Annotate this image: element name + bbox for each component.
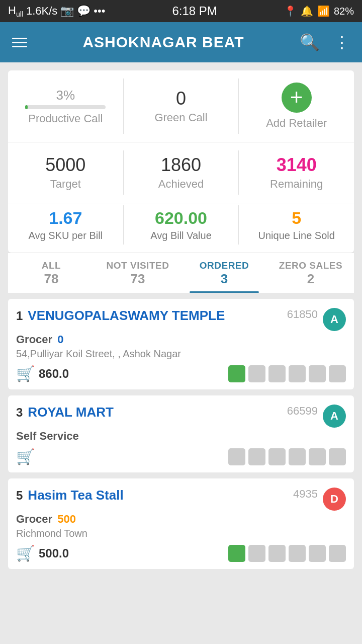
bottom-spacer	[0, 569, 362, 589]
tab-zero-sales-label: ZERO SALES	[279, 260, 342, 271]
cart-icon: 🛒	[16, 365, 35, 382]
status-dot	[248, 545, 265, 562]
retailer-name: ROYAL MART	[28, 405, 113, 420]
retailer-code: 4935	[293, 488, 318, 501]
add-retailer-button[interactable]: +	[282, 83, 312, 113]
retailer-address: Richmond Town	[16, 528, 346, 539]
page-title: ASHOKNAGAR BEAT	[82, 34, 244, 51]
retailer-name-row: 1 VENUGOPALASWAMY TEMPLE	[16, 308, 287, 324]
avg-sku-label: Avg SKU per Bill	[29, 230, 103, 242]
status-dot	[268, 448, 286, 465]
retailer-index: 5	[16, 489, 23, 503]
vibrate-icon: 🔔	[301, 5, 313, 17]
achieved-label: Achieved	[158, 178, 204, 191]
retailer-type: Grocer	[16, 333, 52, 346]
green-call-label: Green Call	[154, 111, 207, 124]
app-header: ASHOKNAGAR BEAT 🔍 ⋮	[0, 22, 362, 62]
retailer-header: 3 ROYAL MART 66599 A	[16, 405, 346, 428]
cart-amount: 🛒	[16, 448, 39, 465]
status-dot	[228, 365, 245, 382]
status-dot	[289, 365, 306, 382]
hamburger-menu[interactable]	[12, 38, 27, 47]
avg-sku-stat: 1.67 Avg SKU per Bill	[8, 205, 123, 245]
avg-bill-value: 620.00	[155, 208, 207, 228]
unique-line-value: 5	[292, 208, 301, 228]
productive-pct-value: 3%	[56, 88, 75, 103]
header-icons: 🔍 ⋮	[300, 33, 350, 52]
add-icon: +	[290, 86, 303, 108]
status-dot	[329, 448, 346, 465]
tab-not-visited[interactable]: NOT VISITED 73	[95, 253, 181, 293]
status-dot	[268, 365, 286, 382]
search-icon[interactable]: 🔍	[300, 33, 320, 52]
retailer-code: 61850	[287, 308, 318, 321]
tab-all-label: ALL	[42, 260, 61, 271]
target-label: Target	[50, 178, 81, 191]
tab-not-visited-label: NOT VISITED	[107, 260, 169, 271]
green-call-stat: 0 Green Call	[123, 78, 239, 134]
status-dot	[228, 448, 245, 465]
tab-all[interactable]: ALL 78	[8, 253, 95, 293]
status-dot	[289, 545, 306, 562]
cart-value: 500.0	[39, 546, 69, 560]
add-retailer-col: + Add Retailer	[238, 78, 354, 134]
retailer-address: 54,Pulliyar Koil Street, , Ashok Nagar	[16, 348, 346, 360]
target-stat: 5000 Target	[8, 150, 123, 195]
tab-active-underline	[190, 291, 259, 293]
retailer-visit-count: 0	[57, 333, 63, 346]
tab-all-count: 78	[44, 271, 59, 287]
cart-amount: 🛒 500.0	[16, 544, 69, 562]
more-options-icon[interactable]: ⋮	[334, 33, 350, 52]
status-dot	[329, 545, 346, 562]
retailer-visit-count: 500	[57, 513, 76, 526]
tab-ordered-label: ORDERED	[200, 260, 249, 271]
productive-call-stat: 3% Productive Call	[8, 78, 123, 134]
retailer-type: Self Service	[16, 430, 79, 443]
stats-middle-row: 5000 Target 1860 Achieved 3140 Remaining	[8, 150, 354, 203]
status-dot	[248, 448, 265, 465]
retailer-footer: 🛒 860.0	[16, 365, 346, 382]
unique-line-stat: 5 Unique Line Sold	[238, 205, 354, 245]
status-dot	[289, 448, 306, 465]
achieved-stat: 1860 Achieved	[123, 150, 239, 195]
status-dot	[309, 365, 326, 382]
progress-bar-container	[25, 105, 106, 109]
retailer-name-row: 3 ROYAL MART	[16, 405, 287, 420]
stats-bottom-row: 1.67 Avg SKU per Bill 620.00 Avg Bill Va…	[8, 203, 354, 249]
cart-amount: 🛒 860.0	[16, 365, 69, 382]
status-dot	[309, 545, 326, 562]
wifi-icon: 📶	[317, 5, 330, 17]
retailer-footer: 🛒	[16, 448, 346, 465]
status-dot	[309, 448, 326, 465]
retailer-card[interactable]: 1 VENUGOPALASWAMY TEMPLE 61850 A Grocer …	[8, 299, 354, 389]
retailer-index: 3	[16, 406, 23, 420]
retailer-card[interactable]: 3 ROYAL MART 66599 A Self Service 🛒	[8, 395, 354, 472]
retailer-name-row: 5 Hasim Tea Stall	[16, 488, 293, 503]
retailer-index: 1	[16, 309, 23, 323]
retailer-type-row: Self Service	[16, 430, 346, 443]
location-icon: 📍	[284, 5, 297, 17]
tab-not-visited-count: 73	[131, 271, 145, 287]
status-dots	[228, 365, 346, 382]
cart-value: 860.0	[39, 367, 69, 381]
avg-bill-label: Avg Bill Value	[150, 230, 212, 242]
filter-tabs: ALL 78 NOT VISITED 73 ORDERED 3 ZERO SAL…	[8, 253, 354, 293]
stats-top-row: 3% Productive Call 0 Green Call + Add Re…	[8, 78, 354, 142]
add-retailer-label: Add Retailer	[266, 117, 327, 130]
retailer-footer: 🛒 500.0	[16, 544, 346, 562]
tab-ordered[interactable]: ORDERED 3	[181, 253, 267, 293]
retailer-code: 66599	[287, 405, 318, 418]
message-icon: 💬	[77, 5, 90, 18]
tab-ordered-count: 3	[221, 271, 228, 287]
status-dot	[268, 545, 286, 562]
cart-icon: 🛒	[16, 448, 35, 465]
retailer-badge: A	[323, 405, 346, 428]
stats-card: 3% Productive Call 0 Green Call + Add Re…	[8, 70, 354, 253]
achieved-value: 1860	[161, 154, 201, 176]
retailer-card[interactable]: 5 Hasim Tea Stall 4935 D Grocer 500 Rich…	[8, 478, 354, 569]
status-right: 📍 🔔 📶 82%	[284, 5, 354, 17]
retailer-list: 1 VENUGOPALASWAMY TEMPLE 61850 A Grocer …	[8, 299, 354, 569]
status-dots	[228, 545, 346, 562]
unique-line-label: Unique Line Sold	[258, 230, 335, 242]
tab-zero-sales[interactable]: ZERO SALES 2	[267, 253, 354, 293]
